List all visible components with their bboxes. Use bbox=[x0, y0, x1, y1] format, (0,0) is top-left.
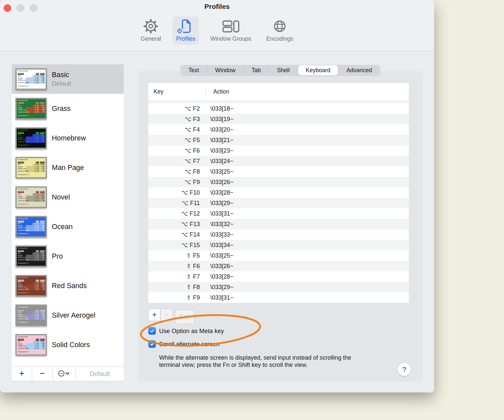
edit-key-button[interactable]: Edit bbox=[175, 310, 194, 324]
action-cell: \033[19~ bbox=[203, 116, 234, 123]
window-title: Profiles bbox=[0, 3, 434, 10]
toolbar-item-window-groups[interactable]: Window Groups bbox=[207, 16, 255, 45]
document-gear-icon: ⚙ bbox=[178, 18, 193, 34]
profile-text: Homebrew bbox=[52, 134, 86, 142]
toolbar-item-encodings[interactable]: Encodings bbox=[263, 16, 297, 45]
help-button[interactable]: ? bbox=[398, 363, 411, 376]
table-row[interactable]: ⌥ F10\033[28~ bbox=[148, 187, 409, 198]
key-list-controls: + − Edit bbox=[148, 309, 194, 324]
toolbar-item-general[interactable]: General bbox=[137, 16, 165, 45]
sidebar-item-grass[interactable]: Terminal1#COMMAND%CPURPRVTtop4.1%231KXco… bbox=[12, 94, 124, 123]
table-row[interactable]: ⌥ F12\033[31~ bbox=[148, 208, 409, 219]
key-cell: ⇧ F9 bbox=[148, 294, 203, 301]
column-header-action[interactable]: Action bbox=[206, 88, 229, 95]
profile-name: Solid Colors bbox=[52, 341, 90, 349]
profile-thumbnail: Terminal1#COMMAND%CPURPRVTtop4.1%231KXco… bbox=[16, 305, 47, 326]
table-row[interactable]: ⇧ F7\033[28~ bbox=[148, 271, 409, 282]
remove-profile-button[interactable]: − bbox=[32, 367, 53, 381]
profile-text: BasicDefault bbox=[52, 71, 71, 87]
set-default-button[interactable]: Default bbox=[76, 367, 124, 381]
action-cell: \033[34~ bbox=[203, 242, 234, 249]
action-cell: \033[33~ bbox=[203, 231, 234, 238]
table-row[interactable]: ⌥ F5\033[21~ bbox=[148, 135, 409, 145]
key-cell: ⇧ F6 bbox=[148, 262, 203, 270]
tab-shell[interactable]: Shell bbox=[269, 65, 298, 75]
tab-text[interactable]: Text bbox=[180, 65, 207, 75]
question-mark-icon: ? bbox=[402, 366, 406, 373]
table-row[interactable]: ⌥ F4\033[20~ bbox=[148, 124, 409, 135]
window-groups-icon bbox=[222, 18, 240, 34]
tab-window[interactable]: Window bbox=[207, 65, 243, 75]
profile-name: Ocean bbox=[52, 223, 73, 231]
tab-tab[interactable]: Tab bbox=[244, 65, 269, 75]
key-mapping-table: Key Action ⌥ F2\033[18~⌥ F3\033[19~⌥ F4\… bbox=[148, 83, 409, 303]
sidebar-item-red-sands[interactable]: Terminal1#COMMAND%CPURPRVTtop4.1%231KXco… bbox=[12, 271, 124, 301]
table-row[interactable]: ⌥ F11\033[29~ bbox=[148, 198, 409, 208]
sidebar-item-pro[interactable]: Terminal1#COMMAND%CPURPRVTtop4.1%231KXco… bbox=[12, 242, 124, 271]
table-row[interactable]: ⌥ F15\033[34~ bbox=[148, 240, 409, 250]
profile-text: Ocean bbox=[52, 223, 73, 231]
add-key-button[interactable]: + bbox=[148, 309, 160, 321]
sidebar-footer: + − Default bbox=[12, 367, 124, 381]
key-cell: ⇧ F7 bbox=[148, 273, 203, 280]
profile-name: Novel bbox=[52, 193, 70, 201]
table-body: ⌥ F2\033[18~⌥ F3\033[19~⌥ F4\033[20~⌥ F5… bbox=[148, 103, 409, 303]
profile-tabs: TextWindowTabShellKeyboardAdvanced bbox=[180, 65, 380, 76]
checkmark-icon bbox=[150, 328, 155, 333]
profile-name: Grass bbox=[52, 105, 71, 113]
action-cell: \033[25~ bbox=[203, 168, 234, 175]
key-cell: ⌥ F10 bbox=[148, 189, 203, 196]
key-cell: ⌥ F8 bbox=[148, 168, 203, 175]
toolbar-item-label: Window Groups bbox=[210, 35, 251, 42]
table-header: Key Action bbox=[148, 83, 409, 101]
table-row[interactable]: ⇧ F6\033[26~ bbox=[148, 261, 409, 271]
preferences-toolbar: General ⚙Profiles Window Groups Encoding… bbox=[137, 16, 297, 45]
profile-text: Solid Colors bbox=[52, 341, 90, 349]
more-options-button[interactable] bbox=[53, 367, 76, 381]
column-divider[interactable] bbox=[206, 87, 206, 96]
sidebar-item-novel[interactable]: Terminal1#COMMAND%CPURPRVTtop4.1%231KXco… bbox=[12, 182, 124, 212]
column-header-key[interactable]: Key bbox=[148, 88, 206, 95]
sidebar-item-homebrew[interactable]: Terminal1#COMMAND%CPURPRVTtop4.1%231KXco… bbox=[12, 123, 124, 153]
action-cell: \033[28~ bbox=[203, 189, 234, 196]
sidebar-item-solid-colors[interactable]: Terminal1#COMMAND%CPURPRVTtop4.1%231KXco… bbox=[12, 330, 124, 360]
toolbar-item-profiles[interactable]: ⚙Profiles bbox=[173, 16, 199, 45]
action-cell: \033[32~ bbox=[203, 221, 234, 228]
action-cell: \033[23~ bbox=[203, 147, 234, 154]
profile-thumbnail: Terminal1#COMMAND%CPURPRVTtop4.1%231KXco… bbox=[16, 69, 47, 90]
profile-text: Red Sands bbox=[52, 282, 87, 290]
table-row[interactable]: ⇧ F8\033[29~ bbox=[148, 282, 409, 292]
table-row[interactable]: ⇧ F5\033[25~ bbox=[148, 250, 409, 261]
table-row[interactable]: ⌥ F13\033[32~ bbox=[148, 219, 409, 229]
table-row[interactable]: ⌥ F7\033[24~ bbox=[148, 156, 409, 166]
table-row[interactable]: ⌥ F2\033[18~ bbox=[148, 103, 409, 114]
table-row[interactable]: ⌥ F9\033[26~ bbox=[148, 177, 409, 187]
mini-gear-icon: ⚙ bbox=[176, 27, 183, 35]
remove-key-button[interactable]: − bbox=[160, 309, 173, 321]
key-cell: ⌥ F3 bbox=[148, 116, 203, 123]
sidebar-item-ocean[interactable]: Terminal1#COMMAND%CPURPRVTtop4.1%231KXco… bbox=[12, 212, 124, 242]
scroll-alternate-screen-checkbox[interactable] bbox=[148, 340, 156, 348]
tab-keyboard[interactable]: Keyboard bbox=[298, 65, 338, 75]
profile-name: Man Page bbox=[52, 164, 84, 172]
table-row[interactable]: ⌥ F3\033[19~ bbox=[148, 114, 409, 124]
partially-scrolled-row bbox=[148, 101, 409, 103]
table-row[interactable]: ⇧ F9\033[31~ bbox=[148, 292, 409, 303]
profile-thumbnail: Terminal1#COMMAND%CPURPRVTtop4.1%231KXco… bbox=[16, 334, 47, 355]
table-row[interactable]: ⌥ F8\033[25~ bbox=[148, 166, 409, 177]
sidebar-item-basic[interactable]: Terminal1#COMMAND%CPURPRVTtop4.1%231KXco… bbox=[12, 64, 124, 94]
use-option-as-meta-checkbox[interactable] bbox=[148, 327, 156, 335]
tab-advanced[interactable]: Advanced bbox=[339, 65, 380, 75]
table-row[interactable]: ⌥ F6\033[23~ bbox=[148, 145, 409, 156]
profile-thumbnail: Terminal1#COMMAND%CPURPRVTtop4.1%231KXco… bbox=[16, 216, 47, 237]
action-cell: \033[29~ bbox=[203, 284, 234, 291]
action-cell: \033[20~ bbox=[203, 126, 234, 133]
add-profile-button[interactable]: + bbox=[12, 367, 32, 381]
table-row[interactable]: ⌥ F14\033[33~ bbox=[148, 229, 409, 240]
titlebar: Profiles General ⚙Profiles Window Groups… bbox=[0, 0, 434, 51]
sidebar-item-man-page[interactable]: Terminal1#COMMAND%CPURPRVTtop4.1%231KXco… bbox=[12, 153, 124, 182]
gear-icon bbox=[143, 18, 159, 34]
sidebar-item-silver-aerogel[interactable]: Terminal1#COMMAND%CPURPRVTtop4.1%231KXco… bbox=[12, 301, 124, 330]
profile-thumbnail: Terminal1#COMMAND%CPURPRVTtop4.1%231KXco… bbox=[16, 128, 47, 149]
action-cell: \033[31~ bbox=[203, 210, 234, 217]
